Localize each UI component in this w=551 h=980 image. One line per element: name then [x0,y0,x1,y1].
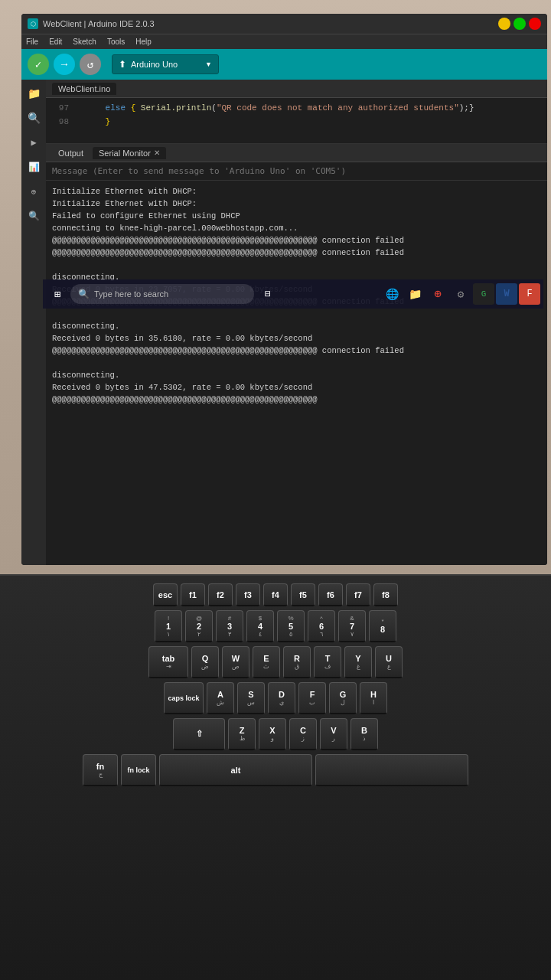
key-z[interactable]: Zظ [228,718,256,750]
key-f2[interactable]: f2 [208,583,233,606]
menu-help[interactable]: Help [135,38,152,46]
key-3[interactable]: #3٣ [216,610,243,642]
key-capslock[interactable]: caps lock [164,682,204,714]
serial-line-12: disconnecting. [52,320,541,332]
key-b[interactable]: Bذ [350,718,378,750]
task-view-button[interactable]: ⊟ [256,283,280,305]
key-x[interactable]: Xو [259,718,286,750]
key-7[interactable]: &7٧ [338,610,366,642]
menu-edit[interactable]: Edit [49,38,62,46]
file-tab[interactable]: WebClient.ino [52,83,116,95]
close-btn[interactable] [529,18,541,30]
key-tab[interactable]: tab⇥ [148,646,188,678]
key-f8[interactable]: f8 [373,583,398,606]
key-e[interactable]: Eث [253,646,280,678]
board-dropdown-arrow: ▼ [205,60,212,68]
key-c[interactable]: Cز [289,718,317,750]
taskbar-search[interactable]: 🔍 Type here to search [70,284,254,304]
key-t[interactable]: Tف [314,646,341,678]
key-space-bar[interactable] [315,754,468,786]
key-8[interactable]: *8 [369,610,396,642]
screen: ⬡ WebClient | Arduino IDE 2.0.3 File Edi… [21,14,547,565]
key-6[interactable]: ^6٦ [308,610,335,642]
task-view-icon: ⊟ [265,288,271,300]
key-h[interactable]: Hا [360,682,387,714]
bottom-row: fnج fn lock alt [6,754,545,786]
upload-button[interactable]: → [54,54,75,75]
key-d[interactable]: Dي [268,682,295,714]
key-f4[interactable]: f4 [263,583,288,606]
sidebar-find-icon[interactable]: 🔍 [26,208,41,224]
board-selector[interactable]: ⬆ Arduino Uno ▼ [112,54,219,74]
sidebar-serial-icon[interactable]: 📊 [26,159,41,175]
tab-output[interactable]: Output [52,147,90,159]
key-f[interactable]: Fب [298,682,326,714]
key-s[interactable]: Sس [237,682,265,714]
serial-line-15 [52,357,541,369]
serial-line-18: @@@@@@@@@@@@@@@@@@@@@@@@@@@@@@@@@@@@@@@@… [52,394,541,406]
key-w[interactable]: Wص [222,646,249,678]
key-v[interactable]: Vر [320,718,347,750]
serial-line-6: @@@@@@@@@@@@@@@@@@@@@@@@@@@@@@@@@@@@@@@@… [52,247,541,259]
key-y[interactable]: Yغ [344,646,372,678]
tab-serial-monitor[interactable]: Serial Monitor ✕ [93,147,166,159]
taskbar-chrome2[interactable]: G [473,283,494,305]
verify-button[interactable]: ✓ [28,54,49,75]
key-f3[interactable]: f3 [236,583,260,606]
serial-line-1: Initialize Ethernet with DHCP: [52,185,541,198]
key-5[interactable]: %5٥ [277,610,305,642]
key-f6[interactable]: f6 [318,583,343,606]
main-area: WebClient.ino 97 else { Serial.println("… [46,80,547,565]
serial-line-17: Received 0 bytes in 47.5302, rate = 0.00… [52,381,541,394]
start-button[interactable]: ⊞ [46,283,69,305]
key-2[interactable]: @2٢ [185,610,213,642]
menu-sketch[interactable]: Sketch [73,38,96,46]
code-content-98: } [75,115,110,129]
start-icon: ⊞ [54,288,60,301]
key-a[interactable]: Aش [207,682,234,714]
key-f7[interactable]: f7 [346,583,370,606]
key-f5[interactable]: f5 [291,583,315,606]
number-row: !1١ @2٢ #3٣ $4٤ %5٥ ^6٦ &7٧ [6,610,545,642]
key-u[interactable]: Uع [375,646,403,678]
tab-close-icon[interactable]: ✕ [154,149,160,157]
taskbar-edge[interactable]: 🌐 [381,283,403,305]
line-num-98: 98 [52,115,69,129]
taskbar-explorer[interactable]: 📁 [404,283,425,305]
key-g[interactable]: Gل [329,682,357,714]
taskbar-app-icons: 🌐 📁 ⊕ ⚙ G W F [381,283,540,305]
menu-tools[interactable]: Tools [107,38,125,46]
code-line-97: 97 else { Serial.println("QR code does n… [52,101,541,115]
tab-output-label: Output [58,149,83,158]
code-line-98: 98 } [52,115,541,129]
key-fn[interactable]: fnج [83,754,118,786]
code-content-97: else { Serial.println("QR code does not … [75,101,474,115]
new-button[interactable]: ↺ [80,54,101,75]
output-tabs: Output Serial Monitor ✕ [46,144,547,162]
serial-message-input[interactable] [46,162,547,181]
key-esc[interactable]: esc [153,583,178,606]
taskbar-chrome[interactable]: ⊕ [427,283,448,305]
key-shift-left[interactable]: ⇧ [173,718,225,750]
key-q[interactable]: Qض [191,646,219,678]
menu-bar: File Edit Sketch Tools Help [21,34,547,49]
key-f1[interactable]: f1 [181,583,205,606]
key-r[interactable]: Rق [283,646,311,678]
sidebar-search-icon[interactable]: 🔍 [26,110,41,126]
minimize-btn[interactable] [498,18,510,30]
sidebar-folder-icon[interactable]: 📁 [26,86,41,101]
serial-line-3: Failed to configure Ethernet using DHCP [52,210,541,222]
serial-line-4: connecting to knee-high-parcel.000webhos… [52,222,541,234]
sidebar-debug-icon[interactable]: ▶ [26,135,41,150]
line-num-97: 97 [52,101,69,115]
taskbar-app7[interactable]: F [519,283,540,305]
sidebar-board-icon[interactable]: ⊕ [26,184,41,199]
key-4[interactable]: $4٤ [246,610,274,642]
taskbar-word[interactable]: W [496,283,517,305]
key-backtick[interactable]: !1١ [155,610,182,642]
taskbar-settings[interactable]: ⚙ [450,283,471,305]
key-space[interactable]: alt [159,754,312,786]
maximize-btn[interactable] [514,18,526,30]
menu-file[interactable]: File [26,38,38,46]
key-fn-lock[interactable]: fn lock [121,754,156,786]
